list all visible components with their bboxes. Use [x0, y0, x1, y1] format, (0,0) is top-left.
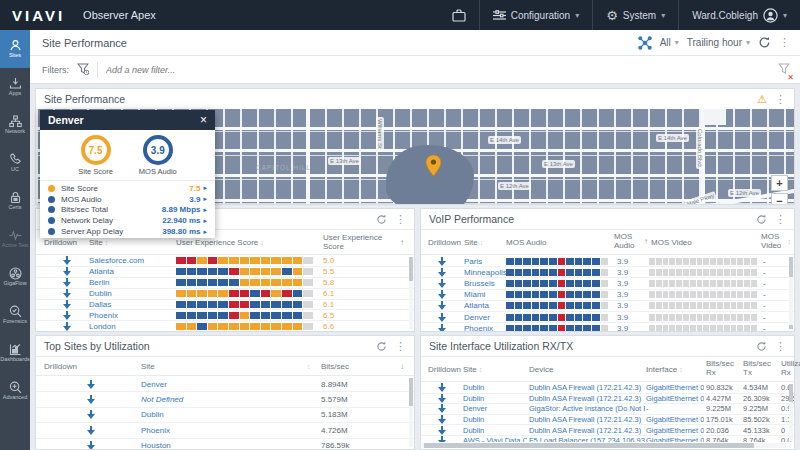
column-header-site[interactable]: Site↕ — [141, 357, 310, 375]
site-link[interactable]: Minneapolis — [464, 268, 507, 277]
sidebar-item-dashboards[interactable]: Dashboards — [0, 334, 30, 372]
drilldown-icon[interactable] — [438, 257, 446, 266]
refresh-icon[interactable] — [376, 214, 387, 225]
site-link[interactable]: AWS - Viavi Data Center — [463, 436, 527, 442]
sidebar-item-network[interactable]: Network — [0, 106, 30, 144]
drill-caret-icon[interactable]: ▸ — [203, 206, 207, 214]
drilldown-icon[interactable] — [438, 415, 446, 424]
column-header-drilldown[interactable]: Drilldown — [428, 357, 461, 381]
map-pin-icon[interactable] — [426, 155, 441, 176]
drilldown-icon[interactable] — [63, 300, 71, 309]
popup-metric-row[interactable]: Server App Delay398.80 ms▸ — [48, 226, 207, 237]
column-header-ues-value[interactable]: User Experience Score↑ — [323, 230, 404, 254]
column-header-util-rx[interactable]: Utiliza Rx — [781, 357, 795, 381]
device-link[interactable]: F5 Load Balancer (157.234.106.93) — [529, 436, 645, 442]
drilldown-icon[interactable] — [438, 290, 446, 299]
drill-caret-icon[interactable]: ▸ — [203, 184, 207, 192]
sidebar-item-apps[interactable]: Apps — [0, 68, 30, 106]
scrollbar[interactable] — [409, 378, 413, 447]
column-header-tx[interactable]: Bits/sec Tx — [743, 357, 777, 381]
time-range-selector[interactable]: Trailing hour ▾ — [687, 37, 750, 48]
popup-metric-row[interactable]: Bits/sec Total8.89 Mbps▸ — [48, 205, 207, 216]
sidebar-item-uc[interactable]: UC — [0, 144, 30, 182]
site-link[interactable]: Not Defined — [141, 395, 183, 404]
site-link[interactable]: Phoenix — [89, 311, 118, 320]
scrollbar-thumb[interactable] — [789, 257, 793, 277]
add-filter-input[interactable] — [106, 65, 406, 75]
user-menu[interactable]: Ward.Cobleigh ▾ — [679, 0, 800, 30]
sidebar-item-gigaflow[interactable]: GigaFlow — [0, 258, 30, 296]
drilldown-icon[interactable] — [63, 256, 71, 265]
interface-link[interactable]: GigabitEthernet 0/5 — [646, 415, 704, 424]
refresh-icon[interactable] — [758, 36, 771, 49]
column-header-device[interactable]: Device↕ — [529, 357, 649, 381]
site-link[interactable]: Miami — [464, 290, 485, 299]
drilldown-icon[interactable] — [438, 426, 446, 435]
drilldown-icon[interactable] — [87, 395, 95, 404]
interface-link[interactable]: GigabitEthernet 0/9 — [646, 426, 704, 435]
column-header-mos-video-bar[interactable]: MOS Video↕ — [651, 230, 773, 254]
scrollbar[interactable] — [789, 384, 793, 441]
site-link[interactable]: Denver — [464, 313, 490, 322]
refresh-icon[interactable] — [376, 341, 387, 352]
refresh-icon[interactable] — [756, 341, 767, 352]
briefcase-button[interactable] — [439, 0, 479, 30]
kebab-menu-icon[interactable]: ⋮ — [775, 214, 786, 225]
sidebar-item-active-test[interactable]: Active Test — [0, 220, 30, 258]
refresh-icon[interactable] — [756, 214, 767, 225]
site-link[interactable]: Dublin — [463, 394, 484, 403]
drilldown-icon[interactable] — [87, 426, 95, 435]
site-link[interactable]: Phoenix — [141, 426, 170, 435]
drilldown-icon[interactable] — [438, 404, 446, 413]
column-header-drilldown[interactable]: Drilldown — [44, 357, 77, 375]
popup-metric-row[interactable]: Network Delay22.940 ms▸ — [48, 215, 207, 226]
device-link[interactable]: Dublin ASA Firewall (172.21.42.3) — [529, 426, 641, 435]
site-link[interactable]: London — [89, 322, 116, 331]
drill-caret-icon[interactable]: ▸ — [203, 228, 207, 236]
site-link[interactable]: Denver — [141, 380, 167, 389]
popup-metric-row[interactable]: Site Score7.5▸ — [48, 183, 207, 194]
drilldown-icon[interactable] — [438, 394, 446, 403]
popup-metric-row[interactable]: MOS Audio3.9▸ — [48, 194, 207, 205]
drilldown-icon[interactable] — [63, 289, 71, 298]
site-link[interactable]: Dublin — [463, 415, 484, 424]
site-link[interactable]: Denver — [463, 404, 487, 413]
drilldown-icon[interactable] — [438, 279, 446, 288]
filter-history-icon[interactable] — [77, 61, 89, 79]
site-link[interactable]: Salesforce.com — [89, 256, 144, 265]
sidebar-item-advanced[interactable]: Advanced — [0, 372, 30, 410]
drilldown-icon[interactable] — [63, 311, 71, 320]
drilldown-icon[interactable] — [438, 383, 446, 392]
scrollbar-thumb[interactable] — [409, 378, 413, 406]
sidebar-item-sites[interactable]: Sites — [0, 30, 30, 68]
drilldown-icon[interactable] — [438, 324, 446, 331]
kebab-menu-icon[interactable]: ⋮ — [395, 341, 406, 352]
scrollbar[interactable] — [789, 257, 793, 329]
scrollbar-thumb[interactable] — [789, 384, 793, 402]
drilldown-icon[interactable] — [63, 267, 71, 276]
map-zoom-in-button[interactable]: + — [771, 175, 788, 191]
drilldown-icon[interactable] — [63, 278, 71, 287]
scrollbar[interactable] — [409, 257, 413, 329]
kebab-menu-icon[interactable]: ⋮ — [395, 214, 406, 225]
column-header-mos-video[interactable]: MOS Video↕ — [761, 230, 791, 254]
sidebar-item-forensics[interactable]: Forensics — [0, 296, 30, 334]
site-link[interactable]: Atlanta — [464, 301, 489, 310]
column-header-interface[interactable]: Interface↕ — [646, 357, 683, 381]
site-link[interactable]: Dublin — [141, 410, 164, 419]
drilldown-icon[interactable] — [438, 436, 446, 442]
drill-caret-icon[interactable]: ▸ — [203, 217, 207, 225]
site-link[interactable]: Houston — [141, 441, 171, 449]
scrollbar-thumb[interactable] — [409, 257, 413, 281]
column-header-rx[interactable]: Bits/sec Rx — [706, 357, 740, 381]
scrollbar-thumb[interactable] — [424, 443, 754, 448]
sidebar-item-certs[interactable]: Certs — [0, 182, 30, 220]
site-link[interactable]: Atlanta — [89, 267, 114, 276]
site-link[interactable]: Dublin — [463, 383, 484, 392]
site-link[interactable]: Berlin — [89, 278, 109, 287]
column-header-mos-audio-bar[interactable]: MOS Audio↕ — [506, 230, 628, 254]
interface-link[interactable]: GigabitEthernet 0/4 — [646, 394, 704, 403]
column-header-drilldown[interactable]: Drilldown — [428, 230, 461, 254]
drilldown-icon[interactable] — [87, 380, 95, 389]
kebab-menu-icon[interactable]: ⋮ — [775, 94, 786, 105]
